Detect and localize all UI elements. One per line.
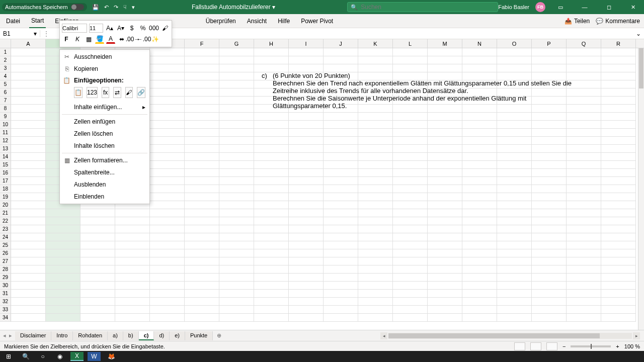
row-header[interactable]: 34 — [0, 314, 11, 322]
accounting-format-icon[interactable]: $ — [127, 24, 136, 33]
row-header[interactable]: 20 — [0, 201, 11, 209]
vertical-scrollbar-thumb[interactable] — [639, 48, 643, 88]
row-header[interactable]: 4 — [0, 72, 11, 80]
row-header[interactable]: 26 — [0, 249, 11, 257]
menu-cut[interactable]: ✂ Ausschneiden — [60, 51, 149, 63]
row-header[interactable]: 30 — [0, 282, 11, 290]
row-header[interactable]: 1 — [0, 48, 11, 56]
start-menu-icon[interactable]: ⊞ — [2, 352, 15, 361]
name-box-dropdown-icon[interactable]: ▾ — [34, 30, 37, 37]
row-header[interactable]: 27 — [0, 257, 11, 265]
merge-icon[interactable]: ⬌ — [117, 35, 126, 44]
sheet-tab-c[interactable]: c) — [139, 331, 154, 340]
search-input[interactable] — [361, 4, 495, 11]
italic-icon[interactable]: K — [73, 35, 82, 44]
col-header-i[interactable]: I — [289, 39, 324, 48]
row-header[interactable]: 19 — [0, 193, 11, 201]
page-break-view-icon[interactable] — [546, 342, 557, 350]
row-header[interactable]: 17 — [0, 177, 11, 185]
row-header[interactable]: 33 — [0, 306, 11, 314]
decrease-decimal-icon[interactable]: .00→ — [128, 35, 137, 44]
save-icon[interactable]: 💾 — [92, 4, 99, 11]
touch-mode-icon[interactable]: ☟ — [123, 4, 127, 11]
col-header-j[interactable]: J — [324, 39, 358, 48]
word-taskbar-icon[interactable]: W — [88, 352, 101, 361]
share-button[interactable]: 📤 Teilen — [565, 18, 590, 25]
col-header-f[interactable]: F — [185, 39, 219, 48]
paste-formulas-icon[interactable]: fx — [102, 87, 109, 98]
row-header[interactable]: 13 — [0, 145, 11, 153]
menu-unhide[interactable]: Einblenden — [60, 191, 149, 203]
zoom-slider[interactable] — [571, 345, 611, 347]
obs-icon[interactable]: ◉ — [53, 352, 66, 361]
comments-button[interactable]: 💬 Kommentare — [596, 18, 640, 25]
col-header-g[interactable]: G — [219, 39, 254, 48]
search-box[interactable]: 🔍 — [347, 2, 498, 12]
row-header[interactable]: 18 — [0, 185, 11, 193]
zoom-level[interactable]: 100 % — [624, 343, 640, 349]
paste-values-icon[interactable]: 123 — [87, 87, 98, 98]
taskbar-search-icon[interactable]: 🔍 — [19, 352, 32, 361]
row-header[interactable]: 5 — [0, 80, 11, 88]
row-header[interactable]: 12 — [0, 137, 11, 145]
sheet-tab-intro[interactable]: Intro — [51, 331, 73, 340]
sheet-tab-punkte[interactable]: Punkte — [185, 331, 213, 340]
excel-taskbar-icon[interactable]: X — [70, 352, 84, 361]
row-header[interactable]: 22 — [0, 217, 11, 225]
menu-insert-cells[interactable]: Zellen einfügen — [60, 116, 149, 128]
hscroll-thumb[interactable] — [388, 333, 600, 338]
autosave-toggle-group[interactable]: Automatisches Speichern — [2, 3, 87, 11]
menu-column-width[interactable]: Spaltenbreite... — [60, 166, 149, 178]
vertical-scrollbar[interactable] — [638, 48, 644, 330]
row-header[interactable]: 16 — [0, 169, 11, 177]
row-header[interactable]: 32 — [0, 298, 11, 306]
col-header-k[interactable]: K — [358, 39, 393, 48]
format-painter-icon[interactable]: 🖌 — [160, 24, 170, 33]
select-all-corner[interactable] — [0, 39, 11, 48]
menu-clear-contents[interactable]: Inhalte löschen — [60, 140, 149, 152]
col-header-m[interactable]: M — [428, 39, 462, 48]
row-header[interactable]: 8 — [0, 105, 11, 113]
col-header-o[interactable]: O — [497, 39, 532, 48]
normal-view-icon[interactable] — [514, 342, 525, 350]
col-header-p[interactable]: P — [532, 39, 567, 48]
menu-hide[interactable]: Ausblenden — [60, 178, 149, 191]
paste-formatting-icon[interactable]: 🖌 — [125, 87, 133, 98]
row-header[interactable]: 25 — [0, 241, 11, 249]
decrease-font-icon[interactable]: A▾ — [116, 24, 125, 33]
col-header-h[interactable]: H — [254, 39, 289, 48]
increase-decimal-icon[interactable]: ←.00 — [139, 35, 148, 44]
zoom-out-icon[interactable]: − — [562, 343, 566, 349]
font-name-input[interactable] — [62, 24, 87, 33]
row-header[interactable]: 28 — [0, 265, 11, 274]
row-header[interactable]: 3 — [0, 64, 11, 72]
sheet-tab-disclaimer[interactable]: Disclaimer — [15, 331, 51, 340]
add-sheet-button[interactable]: ⊕ — [213, 332, 225, 339]
row-header[interactable]: 10 — [0, 121, 11, 129]
sheet-tab-a[interactable]: a) — [108, 331, 123, 340]
paste-transpose-icon[interactable]: ⇄ — [113, 87, 121, 98]
ribbon-mode-icon[interactable]: ▭ — [551, 0, 570, 14]
row-header[interactable]: 31 — [0, 290, 11, 298]
row-header[interactable]: 7 — [0, 97, 11, 105]
minimize-button[interactable]: — — [576, 0, 594, 14]
tab-datei[interactable]: Datei — [4, 15, 22, 28]
row-header[interactable]: 24 — [0, 233, 11, 241]
row-header[interactable]: 9 — [0, 113, 11, 121]
name-box[interactable]: B1 ▾ — [0, 30, 40, 37]
tab-ansicht[interactable]: Ansicht — [245, 15, 269, 28]
page-layout-view-icon[interactable] — [530, 342, 541, 350]
hscroll-left-icon[interactable]: ◂ — [380, 332, 387, 339]
maximize-button[interactable]: ◻ — [600, 0, 618, 14]
firefox-taskbar-icon[interactable]: 🦊 — [105, 352, 118, 361]
sheet-nav-first-icon[interactable]: ◂ — [3, 332, 6, 339]
percent-format-icon[interactable]: % — [138, 24, 147, 33]
sheet-nav-buttons[interactable]: ◂ ▸ — [0, 332, 15, 339]
comma-format-icon[interactable]: 000 — [149, 24, 158, 33]
close-button[interactable]: ✕ — [624, 0, 642, 14]
menu-format-cells[interactable]: ▦ Zellen formatieren... — [60, 154, 149, 166]
row-header[interactable]: 23 — [0, 225, 11, 233]
increase-font-icon[interactable]: A▴ — [105, 24, 114, 33]
horizontal-scrollbar[interactable]: ◂ ▸ — [380, 332, 640, 339]
col-header-a[interactable]: A — [11, 39, 46, 48]
